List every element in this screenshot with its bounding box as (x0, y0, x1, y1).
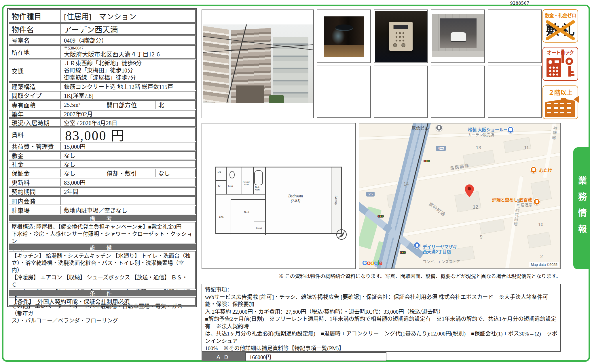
room-label-hall: Hall (244, 211, 249, 214)
map-copyright: Map data ©2025 (529, 262, 559, 267)
photo-box-empty-5 (488, 66, 542, 118)
row-label: 物件種目 (9, 10, 61, 22)
bathtub-fixture (254, 170, 263, 185)
row-label: 専有面積 (9, 101, 61, 109)
row-label: 間取タイプ (9, 92, 61, 99)
table-row-renewal-fee: 更新料 83,000円 (9, 178, 196, 186)
row-value: 敷地内駐車場／空きなし (61, 206, 195, 214)
badge-second-floor-up: ２階以上 (542, 85, 578, 119)
poi-pin-restaurant (530, 166, 537, 173)
intercom-icon (547, 58, 561, 77)
row-label: 保証金 (9, 169, 61, 177)
row-value: 83,000円 (61, 178, 195, 186)
row-value: 0409（4階部分） (61, 36, 195, 44)
photo-parking-garage (432, 14, 484, 57)
poi-amishin-building: 尼信ビル (411, 126, 429, 131)
row-value: 25.5m² (61, 101, 104, 109)
building-icon (545, 98, 575, 117)
row-label-2: 開口部方位 (104, 101, 155, 109)
badge-autolock: オートロック (542, 47, 578, 81)
building-entrance (236, 85, 264, 103)
row-label: 物件名 (9, 24, 61, 34)
floor-plan-box: MB W Toilet Powder room Bath room Ent. H… (202, 123, 356, 269)
arrow-left-icon (574, 96, 579, 103)
address-text: 大阪府大阪市北区西天満４丁目12-6 (64, 51, 192, 58)
row-label-2: 償却・敷引 (104, 169, 155, 177)
table-row-built-year: 築年 2007年02月 (9, 110, 196, 118)
table-row-address: 所在地 〒530-0047 大阪府大阪市北区西天満４丁目12-6 (9, 45, 196, 59)
table-row-common-fee: 共益費・管理費 15,000円 (9, 142, 196, 150)
row-value-2: 北 (155, 101, 195, 109)
row-value: 15,000円 (61, 142, 195, 150)
location-map: 鳥居筋線 真砂町通 神明筋 回生病院前通 423 25 13 11 14 12 … (359, 123, 561, 269)
room-label-balcony: Balcony (334, 196, 338, 205)
table-row-access: 交通 ＪＲ東西線「北新地」徒歩9分 谷町線「東梅田」徒歩10分 御堂筋線「淀屋橋… (9, 60, 196, 82)
row-label: 敷金 (9, 152, 61, 159)
poi-pin-store (413, 242, 420, 249)
row-value: なし (61, 169, 104, 177)
row-value: なし (61, 152, 195, 159)
table-row-rent: 賃料 83,000 円 (9, 127, 196, 141)
badge-title: 敷金・礼金ゼロ (543, 12, 578, 19)
poi-kokotake: 心たけ (539, 168, 552, 173)
row-value: 2年間 (61, 188, 195, 195)
poi-pin-store (507, 126, 514, 133)
photo-box-empty-3 (374, 66, 428, 118)
table-row-structure: 建築構造 鉄筋コンクリート造 地上12階 総戸数115戸 (9, 82, 196, 90)
conditions-text: 【条件】 外国人契約可能・保証会社利用必須 (9, 297, 196, 306)
remarks-text: 屋根構造: 陸屋根、【鍵交換代貸主負担キャンペーン★】■敷金礼金0円 下水道・冷… (9, 222, 196, 243)
balcony-strip: Balcony (331, 167, 341, 233)
row-label: 更新料 (9, 178, 61, 186)
table-row-deposit: 敷金 なし (9, 151, 196, 159)
table-row-property-name: 物件名 アーデン西天満 (9, 23, 196, 35)
poi-shoso-showroom: 松装 大阪ショールーム カーテン販売店 (468, 127, 512, 137)
block-number: 11 (524, 145, 529, 150)
key-icon (565, 58, 575, 78)
business-info-tab-label: 業務情報 (575, 176, 588, 241)
photo-box-empty-2 (317, 66, 371, 118)
row-value: 2007年02月 (61, 110, 195, 117)
row-label: 所在地 (9, 46, 61, 58)
row-value: 鉄筋コンクリート造 地上12階 総戸数115戸 (61, 83, 195, 90)
row-label: 交通 (9, 60, 61, 81)
poi-daily-yamazaki: デイリーヤマザキ 西天満2丁目店 コンビニエンスストア (423, 239, 460, 264)
room-label-mb: MB (217, 171, 221, 174)
toilet-fixture (229, 171, 235, 178)
business-info-tab: 業務情報 (573, 147, 590, 269)
room-label-w: W (218, 185, 220, 188)
property-location-pin (465, 184, 474, 198)
block-number: 12 (473, 205, 478, 210)
table-row-layout-type: 間取タイプ 1K[洋室7.8] (9, 91, 196, 100)
route-shield-423: 423 (436, 146, 446, 151)
row-value: 1K[洋室7.8] (61, 92, 195, 99)
poi-iomura-izakaya: 炉端と釜めし 五百蔵 居酒屋 (492, 197, 532, 207)
photo-box-entrance (317, 9, 371, 63)
room-label-bedroom: Bedroom (7.8J) (288, 194, 303, 203)
compass-icon (336, 229, 347, 241)
special-notes-box: 特記事項： webサービス広告掲載 [許可]・チラシ、雑誌等掲載広告 [要確認]… (202, 284, 561, 352)
table-row-key-money: 礼金 なし (9, 160, 196, 168)
row-label: 現況/入居時期 (9, 119, 61, 126)
room-label-powder: Powder room (243, 181, 250, 186)
room-label-toilet: Toilet (228, 185, 233, 187)
property-detail-table: 物件種目 [住居用] マンション 物件名 アーデン西天満 号室名 0409（4階… (7, 8, 197, 307)
room-label-entrance: Ent. (219, 215, 224, 219)
property-flyer-page: 9288567 物件種目 [住居用] マンション 物件名 アーデン西天満 号室名… (0, 0, 592, 364)
building-greenery (269, 95, 284, 103)
row-value: アーデン西天満 (61, 24, 195, 34)
document-number: 9288567 (510, 0, 530, 6)
block-number: 14 (404, 182, 409, 187)
ad-value: 166000円 (245, 352, 386, 361)
room-label-bath: Bath room (255, 186, 260, 191)
google-logo: Google (362, 259, 382, 267)
photo-box-main (202, 9, 314, 118)
road-label-masago: 真砂町通 (428, 201, 447, 218)
row-label: 号室名 (9, 36, 61, 44)
row-value: なし (61, 161, 195, 167)
row-value: ＪＲ東西線「北新地」徒歩9分 谷町線「東梅田」徒歩10分 御堂筋線「淀屋橋」徒歩… (61, 60, 195, 81)
table-row-town-fee: 町内会費 (9, 196, 196, 205)
room-label-closet: Closet (256, 227, 262, 229)
badge-title: オートロック (543, 49, 578, 56)
photo-box-empty-4 (431, 66, 485, 118)
row-label: 共益費・管理費 (9, 142, 61, 150)
